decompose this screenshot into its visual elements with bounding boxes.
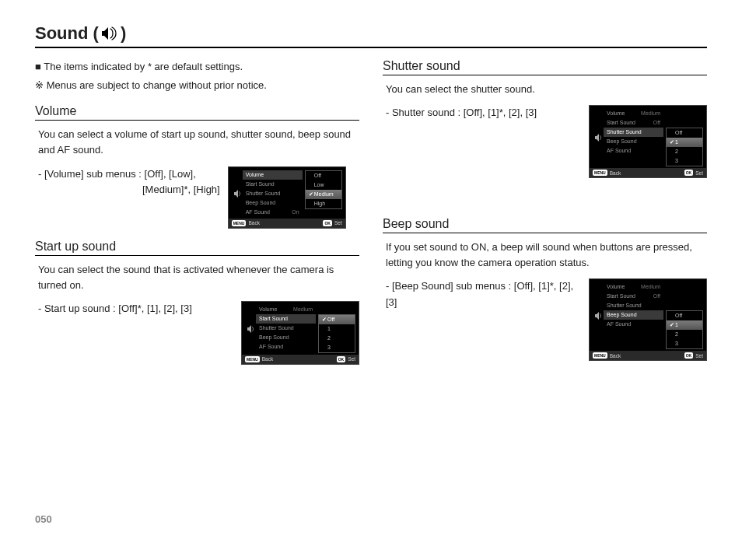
row-beep: Beep Sound bbox=[243, 198, 303, 208]
rule-volume bbox=[35, 120, 359, 121]
text-beep: If you set sound to ON, a beep will soun… bbox=[386, 240, 707, 271]
row-volume: VolumeMedium bbox=[604, 109, 663, 118]
left-column: ■ The items indicated by * are default s… bbox=[35, 59, 359, 373]
row-shutter: Shutter Sound bbox=[243, 189, 303, 198]
startup-sub-row: - Start up sound : [Off]*, [1], [2], [3]… bbox=[38, 301, 359, 365]
row-start: Start SoundOff bbox=[604, 292, 663, 301]
row-shutter: Shutter Sound bbox=[604, 301, 663, 310]
opt-1: ✔1 bbox=[667, 320, 702, 330]
ok-badge: OK bbox=[684, 352, 694, 359]
opt-1: 1 bbox=[319, 324, 355, 334]
opt-off: Off bbox=[306, 171, 341, 180]
opt-3: 3 bbox=[319, 343, 355, 352]
ok-badge: OK bbox=[337, 356, 346, 362]
menu-badge: MENU bbox=[593, 170, 607, 176]
menu-badge: MENU bbox=[593, 352, 607, 359]
row-volume: Volume bbox=[243, 170, 303, 180]
menu-badge: MENU bbox=[232, 220, 247, 226]
row-volume: VolumeMedium bbox=[256, 305, 316, 314]
speaker-icon bbox=[593, 109, 604, 166]
text-volume: You can select a volume of start up soun… bbox=[38, 127, 359, 158]
ui-beep: VolumeMedium Start SoundOff Shutter Soun… bbox=[589, 278, 707, 361]
opt-2: 2 bbox=[667, 330, 702, 339]
ui-volume: Volume Start Sound Shutter Sound Beep So… bbox=[228, 166, 346, 229]
rule-startup bbox=[35, 255, 359, 256]
row-start: Start Sound bbox=[256, 314, 316, 324]
heading-shutter: Shutter sound bbox=[383, 59, 707, 73]
beep-sub-text: - [Beep Sound] sub menus : [Off], [1]*, … bbox=[386, 278, 581, 310]
startup-sub-text: - Start up sound : [Off]*, [1], [2], [3] bbox=[38, 301, 192, 317]
menu-badge: MENU bbox=[245, 356, 260, 362]
shutter-sub-row: - Shutter sound : [Off], [1]*, [2], [3] … bbox=[386, 105, 707, 178]
ui-footer: MENU Back OK Set bbox=[590, 168, 706, 177]
note-change: ※ Menus are subject to change without pr… bbox=[35, 78, 359, 93]
opt-off: Off bbox=[667, 128, 702, 138]
title-prefix: Sound ( bbox=[35, 23, 99, 44]
row-beep: Beep Sound bbox=[604, 310, 663, 320]
ui-footer: MENU Back OK Set bbox=[229, 219, 345, 228]
row-af: AF Sound bbox=[256, 342, 316, 352]
row-af: AF Sound bbox=[604, 320, 663, 329]
rule-shutter bbox=[383, 75, 707, 75]
row-shutter: Shutter Sound bbox=[604, 128, 663, 137]
ui-shutter: VolumeMedium Start SoundOff Shutter Soun… bbox=[589, 105, 707, 178]
speaker-icon bbox=[593, 282, 604, 349]
beep-sub-row: - [Beep Sound] sub menus : [Off], [1]*, … bbox=[386, 278, 707, 361]
ok-badge: OK bbox=[684, 170, 694, 176]
volume-sub-text: - [Volume] sub menus : [Off], [Low], [Me… bbox=[38, 166, 220, 198]
opt-off: ✔Off bbox=[319, 315, 355, 324]
opt-2: 2 bbox=[319, 334, 355, 343]
page-title: Sound ( ) bbox=[35, 23, 707, 44]
heading-startup: Start up sound bbox=[35, 240, 359, 254]
speaker-icon bbox=[232, 170, 243, 217]
volume-sub-row: - [Volume] sub menus : [Off], [Low], [Me… bbox=[38, 166, 359, 229]
ok-badge: OK bbox=[323, 220, 332, 226]
ui-footer: MENU Back OK Set bbox=[242, 355, 359, 364]
opt-medium: ✔Medium bbox=[306, 190, 341, 199]
row-beep: Beep Sound bbox=[604, 137, 663, 146]
row-beep: Beep Sound bbox=[256, 333, 316, 342]
sound-icon bbox=[101, 26, 118, 40]
opt-low: Low bbox=[306, 180, 341, 190]
row-start: Start Sound bbox=[243, 180, 303, 189]
opt-high: High bbox=[306, 199, 341, 208]
opt-3: 3 bbox=[667, 156, 702, 166]
shutter-sub-text: - Shutter sound : [Off], [1]*, [2], [3] bbox=[386, 105, 537, 121]
text-shutter: You can select the shutter sound. bbox=[386, 82, 707, 97]
opt-1: ✔1 bbox=[667, 138, 702, 147]
page-number: 050 bbox=[35, 513, 52, 525]
ui-startup: VolumeMedium Start Sound Shutter Sound B… bbox=[241, 301, 359, 365]
heading-volume: Volume bbox=[35, 104, 359, 118]
title-rule bbox=[35, 47, 707, 48]
row-volume: VolumeMedium bbox=[604, 282, 663, 292]
right-column: Shutter sound You can select the shutter… bbox=[383, 59, 707, 373]
row-start: Start SoundOff bbox=[604, 118, 663, 128]
note-default: ■ The items indicated by * are default s… bbox=[35, 59, 359, 75]
opt-2: 2 bbox=[667, 147, 702, 156]
row-af: AF Sound bbox=[604, 146, 663, 156]
ui-footer: MENU Back OK Set bbox=[590, 351, 706, 360]
row-shutter: Shutter Sound bbox=[256, 324, 316, 333]
row-af: AF SoundOn bbox=[243, 208, 303, 217]
heading-beep: Beep sound bbox=[383, 217, 707, 231]
text-startup: You can select the sound that is activat… bbox=[38, 262, 359, 293]
title-suffix: ) bbox=[121, 23, 126, 44]
opt-3: 3 bbox=[667, 339, 702, 348]
speaker-icon bbox=[245, 305, 256, 353]
opt-off: Off bbox=[667, 311, 702, 320]
rule-beep bbox=[383, 233, 707, 233]
